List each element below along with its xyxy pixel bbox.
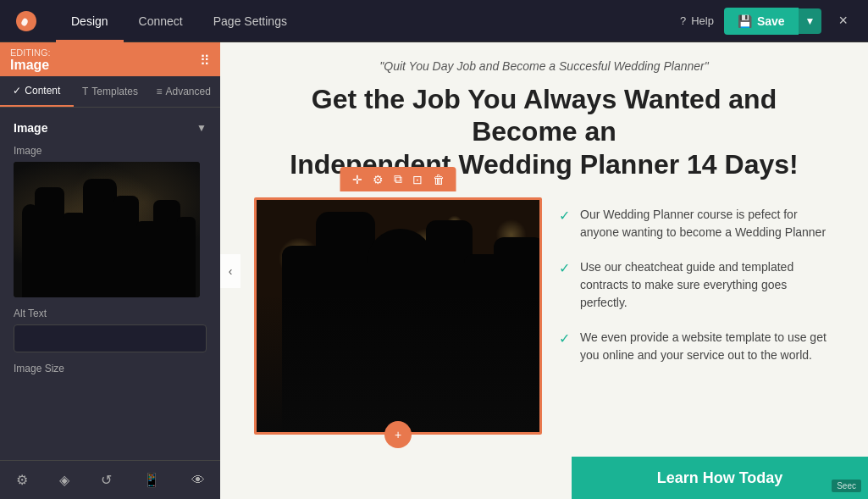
settings-icon[interactable]: ⚙	[373, 173, 384, 186]
delete-icon[interactable]: 🗑	[433, 173, 445, 186]
save-button[interactable]: 💾 Save	[724, 8, 799, 35]
image-size-label: Image Size	[14, 363, 207, 374]
duplicate-icon[interactable]: ⧉	[394, 172, 402, 186]
bottom-toolbar: ⚙ ◈ ↺ 📱 👁	[0, 460, 220, 499]
grid-icon[interactable]: ⠿	[200, 53, 210, 69]
left-panel: EDITING: Image ⠿ ✓ Content T Templates ≡…	[0, 42, 220, 499]
move-icon[interactable]: ✛	[352, 173, 362, 186]
page-tagline: "Quit You Day Job and Become a Succesful…	[246, 59, 843, 73]
feature-text-2: Use our cheatcheat guide and templated c…	[580, 258, 834, 312]
feature-item-1: ✓ Our Wedding Planner course is pefect f…	[559, 206, 834, 241]
copy-icon[interactable]: ⊡	[412, 173, 423, 186]
page-headline: Get the Job You Always Wanted and Become…	[246, 83, 843, 180]
section-collapse-arrow[interactable]: ▼	[196, 122, 207, 134]
image-field-label: Image	[14, 145, 207, 157]
panel-tab-templates[interactable]: T Templates	[74, 76, 147, 107]
top-navigation: Design Connect Page Settings ? Help 💾 Sa…	[0, 0, 868, 42]
cta-section[interactable]: Learn How Today	[572, 457, 868, 499]
tab-connect[interactable]: Connect	[124, 0, 198, 42]
editing-bar: EDITING: Image ⠿	[0, 42, 220, 76]
image-thumbnail[interactable]	[14, 162, 200, 297]
section-header: Image ▼	[14, 121, 207, 135]
help-button[interactable]: ? Help	[680, 14, 714, 27]
check-icon-1: ✓	[559, 208, 570, 241]
cta-label: Learn How Today	[657, 469, 783, 487]
feature-text-3: We even provide a website template to us…	[580, 329, 834, 364]
save-icon: 💾	[738, 14, 752, 28]
close-button[interactable]: ×	[832, 8, 854, 33]
image-element: ✛ ⚙ ⧉ ⊡ 🗑	[254, 197, 542, 435]
layers-icon[interactable]: ◈	[59, 472, 69, 488]
advanced-icon: ≡	[156, 86, 162, 97]
mobile-icon[interactable]: 📱	[143, 472, 160, 488]
two-col-section: ✛ ⚙ ⧉ ⊡ 🗑	[246, 197, 843, 435]
feature-item-3: ✓ We even provide a website template to …	[559, 329, 834, 364]
alt-text-input[interactable]	[14, 324, 207, 352]
gear-icon[interactable]: ⚙	[16, 472, 28, 488]
panel-tabs: ✓ Content T Templates ≡ Advanced	[0, 76, 220, 108]
save-dropdown-button[interactable]: ▼	[799, 8, 822, 34]
templates-icon: T	[82, 86, 88, 97]
editing-element: Image	[10, 58, 51, 73]
feature-item-2: ✓ Use our cheatcheat guide and templated…	[559, 258, 834, 312]
app-logo[interactable]	[14, 8, 39, 34]
alt-text-label: Alt Text	[14, 308, 207, 319]
thumbnail-scene	[14, 162, 200, 297]
canvas-collapse-arrow[interactable]: ‹	[220, 254, 240, 288]
editing-prefix: EDITING:	[10, 47, 51, 58]
panel-tab-content[interactable]: ✓ Content	[0, 76, 74, 107]
add-below-button[interactable]: +	[384, 421, 412, 448]
features-list: ✓ Our Wedding Planner course is pefect f…	[559, 197, 834, 381]
tab-design[interactable]: Design	[56, 0, 124, 42]
canvas-content: "Quit You Day Job and Become a Succesful…	[220, 42, 868, 435]
section-title: Image	[14, 121, 47, 135]
image-frame[interactable]	[254, 197, 542, 435]
panel-content: Image ▼ Image Alt Text Imag	[0, 108, 220, 460]
canvas-area: ‹ "Quit You Day Job and Become a Succesf…	[220, 42, 868, 499]
eye-icon[interactable]: 👁	[191, 473, 205, 488]
check-icon-3: ✓	[559, 330, 570, 364]
content-icon: ✓	[13, 85, 21, 97]
save-button-group: 💾 Save ▼	[724, 8, 822, 35]
history-icon[interactable]: ↺	[101, 472, 112, 488]
main-area: EDITING: Image ⠿ ✓ Content T Templates ≡…	[0, 42, 868, 499]
feature-text-1: Our Wedding Planner course is pefect for…	[580, 206, 834, 241]
check-icon-2: ✓	[559, 260, 570, 312]
nav-tabs: Design Connect Page Settings	[56, 0, 680, 42]
tab-page-settings[interactable]: Page Settings	[198, 0, 302, 42]
wedding-photo	[257, 200, 539, 432]
seec-watermark: Seec	[832, 480, 861, 492]
image-element-toolbar: ✛ ⚙ ⧉ ⊡ 🗑	[340, 167, 456, 191]
panel-tab-advanced[interactable]: ≡ Advanced	[147, 76, 220, 107]
nav-actions: ? Help 💾 Save ▼ ×	[680, 8, 854, 35]
help-icon: ?	[680, 14, 686, 27]
